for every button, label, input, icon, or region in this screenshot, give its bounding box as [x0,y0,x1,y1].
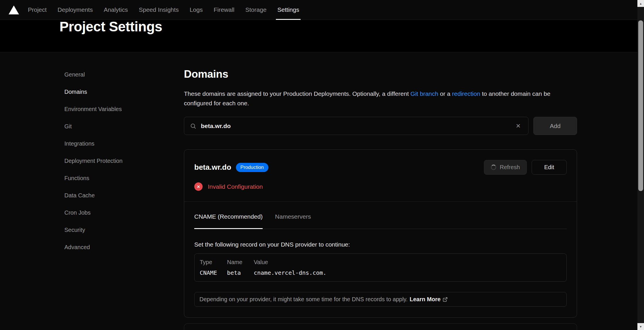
description-text-1: These domains are assigned to your Produ… [184,90,410,97]
domain-input[interactable] [201,123,514,129]
add-domain-button[interactable]: Add [533,117,577,135]
dns-note-box: Depending on your provider, it might tak… [194,292,567,307]
dns-record-headers: Type Name Value [200,259,561,266]
nav-item-firewall[interactable]: Firewall [208,0,240,20]
nav-item-speed-insights[interactable]: Speed Insights [133,0,184,20]
status-text: Invalid Configuration [208,183,263,190]
search-icon [190,123,196,129]
sidebar-item-data-cache[interactable]: Data Cache [64,187,168,204]
domain-card-header: beta.wr.do Production Refresh Edit [184,150,577,175]
record-tabs: CNAME (Recommended) Nameservers [194,202,567,229]
sidebar-item-security[interactable]: Security [64,221,168,239]
sidebar-item-advanced[interactable]: Advanced [64,239,168,256]
nav-item-logs[interactable]: Logs [184,0,208,20]
next-card-partial [184,323,577,330]
nav-item-project[interactable]: Project [22,0,52,20]
nav-item-settings[interactable]: Settings [272,0,305,20]
tab-cname-recommended[interactable]: CNAME (Recommended) [194,213,263,229]
sidebar-item-deployment-protection[interactable]: Deployment Protection [64,152,168,169]
production-badge: Production [236,163,268,172]
domains-section: Domains These domains are assigned to yo… [184,52,577,330]
edit-button[interactable]: Edit [532,160,567,175]
sidebar-item-functions[interactable]: Functions [64,169,168,187]
record-value-name: beta [227,269,254,276]
dns-record-box: Type Name Value CNAME beta cname.vercel-… [194,253,567,282]
git-branch-link[interactable]: Git branch [410,90,438,97]
domains-description: These domains are assigned to your Produ… [184,89,577,108]
refresh-button[interactable]: Refresh [484,160,527,175]
note-text: Depending on your provider, it might tak… [199,296,407,303]
nav-item-analytics[interactable]: Analytics [98,0,133,20]
sidebar-item-domains[interactable]: Domains [64,83,168,100]
sidebar-item-cron-jobs[interactable]: Cron Jobs [64,204,168,221]
top-navigation: Project Deployments Analytics Speed Insi… [0,0,637,20]
page-header: Project Settings [0,20,637,52]
learn-more-link[interactable]: Learn More [410,296,448,303]
nav-item-storage[interactable]: Storage [240,0,272,20]
section-title: Domains [184,68,577,80]
dns-instruction: Set the following record on your DNS pro… [194,241,567,248]
learn-more-label: Learn More [410,296,441,303]
domain-card: beta.wr.do Production Refresh Edit ✕ Inv… [184,149,577,318]
record-value-type: CNAME [200,269,227,276]
page-title: Project Settings [59,19,162,35]
nav-item-deployments[interactable]: Deployments [52,0,98,20]
description-text-2: or a [438,90,452,97]
refresh-button-label: Refresh [500,164,520,171]
scrollbar-thumb[interactable] [638,20,643,191]
record-header-type: Type [200,259,227,266]
error-x-icon: ✕ [194,182,203,191]
triangle-logo-shape [9,5,19,14]
spinner-icon [491,165,496,170]
scroll-up-icon[interactable]: ▲ [637,0,644,7]
external-link-icon [443,297,448,302]
scroll-down-icon[interactable]: ▼ [637,323,644,330]
domain-status-row: ✕ Invalid Configuration [184,182,577,191]
sidebar-item-integrations[interactable]: Integrations [64,135,168,152]
tab-nameservers[interactable]: Nameservers [275,213,311,229]
scrollbar[interactable]: ▲ ▼ [637,0,644,330]
record-value-value: cname.vercel-dns.com. [254,269,561,276]
sidebar-item-git[interactable]: Git [64,118,168,135]
clear-input-icon[interactable]: ✕ [514,122,522,129]
settings-sidebar: General Domains Environment Variables Gi… [64,66,168,256]
record-header-name: Name [227,259,254,266]
redirection-link[interactable]: redirection [452,90,480,97]
domain-add-row: ✕ Add [184,117,577,135]
sidebar-item-general[interactable]: General [64,66,168,83]
vercel-logo-icon[interactable] [8,0,20,20]
sidebar-item-environment-variables[interactable]: Environment Variables [64,100,168,118]
dns-record-values: CNAME beta cname.vercel-dns.com. [200,269,561,276]
record-header-value: Value [254,259,561,266]
domain-search-box: ✕ [184,117,528,135]
domain-name: beta.wr.do [194,163,231,172]
